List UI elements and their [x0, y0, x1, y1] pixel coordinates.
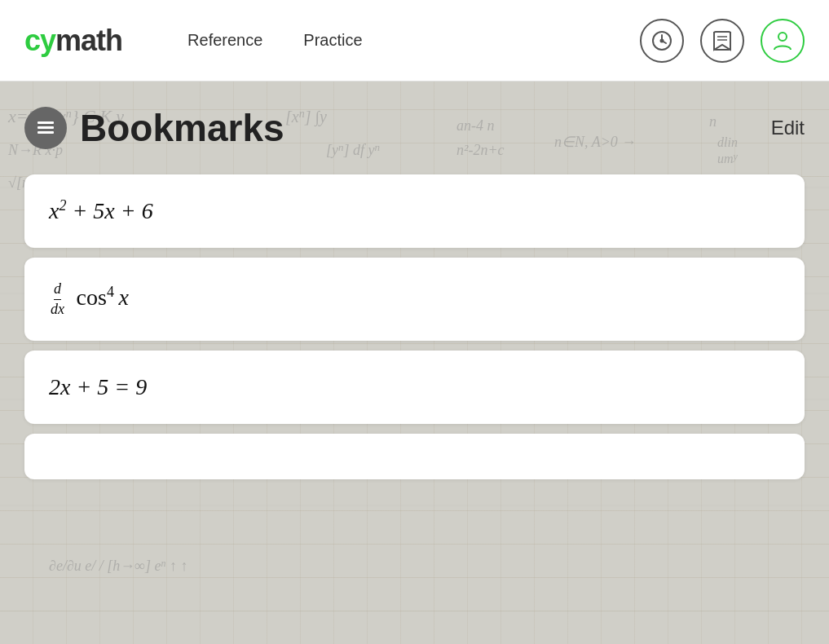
edit-button[interactable]: Edit — [771, 117, 805, 139]
svg-text:∂e/∂u  e/  /  [h→∞]     en  ↑ : ∂e/∂u e/ / [h→∞] en ↑ ↑ — [49, 558, 188, 574]
bookmark-card[interactable]: x2 + 5x + 6 — [24, 174, 805, 248]
math-expression: 2x + 5 = 9 — [49, 374, 147, 400]
svg-point-3 — [661, 39, 664, 42]
math-expression: x2 + 5x + 6 — [49, 197, 153, 224]
svg-rect-31 — [37, 131, 54, 134]
math-expression: d dx cos4 x — [49, 280, 129, 318]
list-lines-icon — [34, 117, 57, 139]
nav-practice[interactable]: Practice — [303, 31, 362, 50]
logo-cy: cy — [24, 24, 55, 57]
star-icon — [711, 29, 734, 52]
bookmarks-button[interactable] — [700, 19, 744, 63]
nav-reference[interactable]: Reference — [187, 31, 262, 50]
bookmark-card[interactable] — [24, 434, 805, 479]
fraction: d dx — [51, 280, 64, 318]
svg-rect-29 — [37, 121, 54, 124]
list-icon — [24, 107, 67, 149]
svg-rect-4 — [714, 32, 730, 50]
denominator: dx — [51, 300, 64, 319]
bookmark-cards-list: x2 + 5x + 6 d dx cos4 x 2x + 5 = 9 — [24, 174, 805, 479]
logo[interactable]: cymath — [24, 24, 122, 58]
user-profile-icon — [770, 29, 795, 53]
svg-point-7 — [778, 33, 787, 41]
user-button[interactable] — [761, 19, 805, 63]
page-title: Bookmarks — [80, 106, 284, 150]
svg-rect-30 — [37, 126, 54, 129]
bookmarks-title-group: Bookmarks — [24, 106, 284, 150]
history-button[interactable] — [640, 19, 684, 63]
bookmark-card[interactable]: d dx cos4 x — [24, 258, 805, 341]
logo-math: math — [55, 24, 122, 57]
bookmarks-header: Bookmarks Edit — [24, 98, 805, 166]
header: cymath Reference Practice — [0, 0, 829, 82]
main-nav: Reference Practice — [187, 31, 640, 50]
main-area: x=5 ƒ{xn} C K y N→R x·p √[n] [xn] ∫y an-… — [0, 82, 829, 644]
bookmark-card[interactable]: 2x + 5 = 9 — [24, 351, 805, 424]
numerator: d — [54, 280, 61, 300]
clock-icon — [650, 29, 673, 52]
header-icons — [640, 19, 805, 63]
page-content: Bookmarks Edit x2 + 5x + 6 d dx cos4 x — [0, 82, 829, 504]
